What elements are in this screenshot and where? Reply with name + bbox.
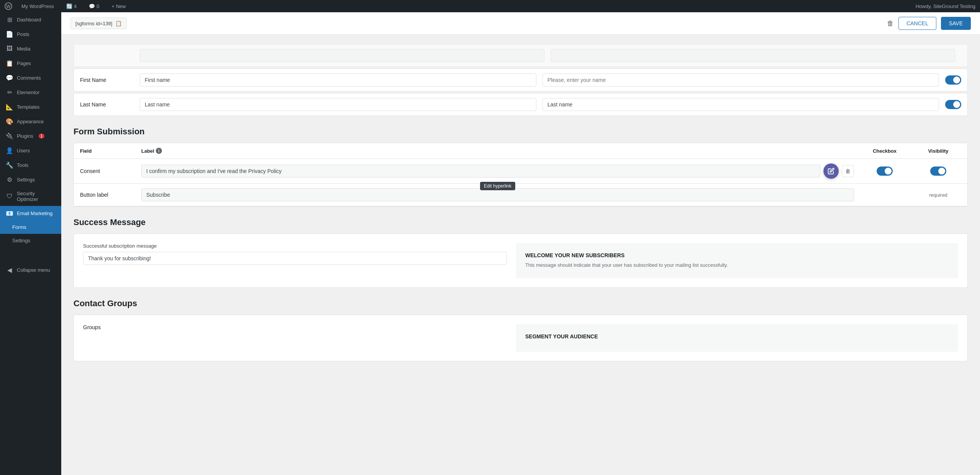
sidebar-item-pages[interactable]: 📋 Pages — [0, 56, 61, 70]
sidebar-item-plugins[interactable]: 🔌 Plugins 1 — [0, 129, 61, 143]
svg-text:W: W — [6, 4, 11, 9]
sidebar-item-forms[interactable]: Forms — [0, 220, 61, 234]
success-right: WELCOME YOUR NEW SUBSCRIBERS This messag… — [516, 243, 958, 278]
media-icon: 🖼 — [6, 45, 13, 52]
comments-count[interactable]: 💬 0 — [86, 0, 102, 12]
sidebar-item-elementor[interactable]: ✏ Elementor — [0, 85, 61, 100]
copy-shortcode-icon[interactable]: 📋 — [115, 20, 122, 26]
first-name-input[interactable] — [140, 73, 536, 87]
sidebar-item-users[interactable]: 👤 Users — [0, 143, 61, 158]
wordpress-logo[interactable]: W — [5, 2, 12, 10]
edit-hyperlink-tooltip: Edit hyperlink — [480, 182, 515, 190]
success-section: Successful subscription message WELCOME … — [74, 233, 968, 288]
tools-icon: 🔧 — [6, 162, 13, 168]
sidebar-item-settings-sub[interactable]: Settings — [0, 234, 61, 247]
th-checkbox: Checkbox — [854, 148, 915, 154]
shortcode-display: [sgforms id=139] 📋 — [70, 18, 127, 29]
sidebar-item-posts[interactable]: 📄 Posts — [0, 27, 61, 41]
sidebar-item-settings[interactable]: ⚙ Settings — [0, 172, 61, 187]
sidebar: ⊞ Dashboard 📄 Posts 🖼 Media 📋 Pages 💬 Co… — [0, 12, 61, 475]
last-name-placeholder-input[interactable] — [542, 98, 939, 111]
edit-hyperlink-button[interactable] — [823, 163, 839, 179]
howdy-text: Howdy, SiteGround Testing — [916, 3, 975, 9]
collapse-icon: ◀ — [6, 266, 13, 273]
button-label-input[interactable] — [141, 188, 854, 201]
th-field: Field — [80, 148, 141, 154]
sidebar-item-email-marketing[interactable]: 📧 Email Marketing — [0, 206, 61, 220]
site-name[interactable]: My WordPress — [18, 0, 57, 12]
sidebar-item-tools[interactable]: 🔧 Tools — [0, 158, 61, 172]
delete-consent-row-button[interactable]: 🗑 — [842, 165, 854, 177]
groups-right-title: SEGMENT YOUR AUDIENCE — [525, 333, 949, 340]
button-label-required: required — [915, 192, 961, 198]
posts-icon: 📄 — [6, 31, 13, 38]
groups-right: SEGMENT YOUR AUDIENCE — [516, 324, 958, 352]
field-row-lastname: Last Name — [74, 93, 968, 116]
pages-icon: 📋 — [6, 60, 13, 67]
groups-section: Groups SEGMENT YOUR AUDIENCE — [74, 315, 968, 361]
submission-table: Field Label i Checkbox Visibility Consen… — [74, 143, 968, 207]
sidebar-item-templates[interactable]: 📐 Templates — [0, 100, 61, 114]
delete-form-button[interactable]: 🗑 — [887, 20, 894, 28]
success-label: Successful subscription message — [83, 243, 507, 249]
last-name-input[interactable] — [140, 98, 536, 111]
field-top-input[interactable] — [140, 49, 544, 62]
field-row-top — [74, 44, 968, 67]
last-name-label: Last Name — [80, 101, 134, 108]
dashboard-icon: ⊞ — [6, 16, 13, 23]
field-row-firstname: First Name — [74, 69, 968, 91]
button-label-field: Button label — [80, 192, 141, 198]
success-right-title: WELCOME YOUR NEW SUBSCRIBERS — [525, 252, 949, 258]
security-icon: 🛡 — [6, 193, 13, 200]
consent-visibility-toggle[interactable] — [930, 166, 946, 176]
main-content: [sgforms id=139] 📋 🗑 CANCEL SAVE First N… — [61, 12, 980, 475]
success-left: Successful subscription message — [83, 243, 507, 278]
success-right-desc: This message should indicate that your u… — [525, 261, 949, 269]
last-name-toggle[interactable] — [945, 100, 961, 109]
sidebar-item-comments[interactable]: 💬 Comments — [0, 70, 61, 85]
consent-field-label: Consent — [80, 168, 141, 174]
form-submission-heading: Form Submission — [74, 127, 968, 137]
first-name-label: First Name — [80, 77, 134, 83]
plugins-icon: 🔌 — [6, 132, 13, 139]
field-top-placeholder[interactable] — [550, 49, 955, 62]
table-row-consent: Consent 🗑 Edit hyperlink — [74, 159, 967, 184]
sidebar-item-media[interactable]: 🖼 Media — [0, 41, 61, 56]
comments-icon: 💬 — [6, 74, 13, 81]
success-message-input[interactable] — [83, 252, 507, 265]
th-label: Label i — [141, 148, 854, 154]
first-name-toggle[interactable] — [945, 75, 961, 85]
updates-count[interactable]: 🔄 4 — [63, 0, 80, 12]
first-name-placeholder-input[interactable] — [542, 73, 939, 87]
users-icon: 👤 — [6, 147, 13, 154]
th-visibility: Visibility — [915, 148, 961, 154]
table-header: Field Label i Checkbox Visibility — [74, 143, 967, 159]
form-topbar: [sgforms id=139] 📋 🗑 CANCEL SAVE — [61, 12, 980, 35]
form-content: First Name Last Name Form Submission Fie… — [61, 35, 980, 371]
topbar-actions: 🗑 CANCEL SAVE — [887, 17, 971, 30]
success-message-heading: Success Message — [74, 217, 968, 227]
save-button[interactable]: SAVE — [941, 17, 971, 30]
settings-icon: ⚙ — [6, 176, 13, 183]
label-info-icon[interactable]: i — [156, 148, 162, 154]
cancel-button[interactable]: CANCEL — [898, 17, 936, 30]
sidebar-submenu: Forms Settings — [0, 220, 61, 247]
groups-label: Groups — [83, 324, 507, 330]
table-row-button-label: Button label required — [74, 184, 967, 206]
admin-bar: W My WordPress 🔄 4 💬 0 + New Howdy, Site… — [0, 0, 980, 12]
sidebar-item-appearance[interactable]: 🎨 Appearance — [0, 114, 61, 129]
sidebar-item-security[interactable]: 🛡 Security Optimizer — [0, 187, 61, 206]
collapse-menu[interactable]: ◀ Collapse menu — [0, 263, 61, 277]
consent-checkbox-toggle[interactable] — [877, 166, 893, 176]
consent-checkbox-cell — [854, 166, 915, 176]
groups-left: Groups — [83, 324, 507, 352]
consent-label-cell: 🗑 Edit hyperlink — [141, 163, 854, 179]
email-marketing-icon: 📧 — [6, 210, 13, 217]
templates-icon: 📐 — [6, 103, 13, 110]
consent-label-input[interactable] — [141, 165, 820, 178]
appearance-icon: 🎨 — [6, 118, 13, 125]
contact-groups-heading: Contact Groups — [74, 299, 968, 309]
new-content[interactable]: + New — [108, 0, 129, 12]
consent-visibility-cell — [915, 166, 961, 176]
sidebar-item-dashboard[interactable]: ⊞ Dashboard — [0, 12, 61, 27]
